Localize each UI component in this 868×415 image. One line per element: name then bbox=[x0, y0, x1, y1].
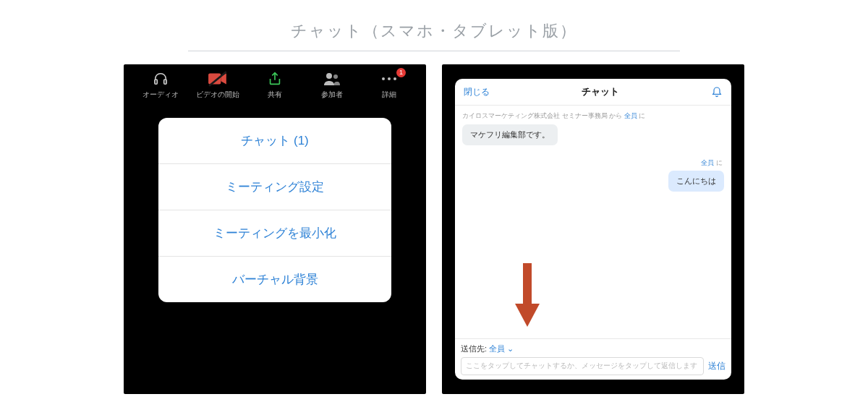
more-label: 詳細 bbox=[382, 90, 396, 100]
share-icon bbox=[265, 70, 285, 87]
video-label: ビデオの開始 bbox=[196, 90, 239, 100]
close-button[interactable]: 閉じる bbox=[464, 86, 490, 98]
page-title: チャット（スマホ・タブレット版） bbox=[0, 0, 868, 51]
zoom-toolbar: オーディオ ビデオの開始 bbox=[124, 64, 426, 103]
share-button[interactable]: 共有 bbox=[251, 70, 299, 100]
svg-point-8 bbox=[393, 77, 396, 80]
video-button[interactable]: ビデオの開始 bbox=[194, 70, 242, 100]
audio-button[interactable]: オーディオ bbox=[137, 70, 184, 100]
popover-virtual-background[interactable]: バーチャル背景 bbox=[158, 257, 391, 302]
chat-header: 閉じる チャット bbox=[455, 79, 731, 106]
sendto-value[interactable]: 全員 bbox=[489, 344, 505, 353]
video-off-icon bbox=[208, 70, 228, 87]
send-button[interactable]: 送信 bbox=[708, 360, 726, 372]
more-popover: チャット (1) ミーティング設定 ミーティングを最小化 バーチャル背景 bbox=[158, 118, 391, 302]
more-button[interactable]: 1 詳細 bbox=[365, 70, 413, 100]
svg-rect-0 bbox=[155, 80, 158, 84]
right-device-screenshot: 閉じる チャット カイロスマーケティング株式会社 セミナー事務局 から 全員 に… bbox=[442, 64, 744, 394]
headphones-icon bbox=[150, 70, 171, 87]
participants-label: 参加者 bbox=[321, 90, 343, 100]
svg-point-7 bbox=[388, 77, 391, 80]
annotation-arrow-icon bbox=[513, 263, 542, 331]
outgoing-meta: 全員 に bbox=[462, 158, 723, 168]
popover-minimize-meeting[interactable]: ミーティングを最小化 bbox=[158, 210, 391, 257]
svg-point-5 bbox=[333, 74, 338, 79]
chat-window: 閉じる チャット カイロスマーケティング株式会社 セミナー事務局 から 全員 に… bbox=[455, 79, 731, 380]
bell-icon[interactable] bbox=[711, 86, 723, 98]
svg-point-6 bbox=[382, 77, 385, 80]
notification-badge: 1 bbox=[396, 68, 406, 77]
participants-button[interactable]: 参加者 bbox=[308, 70, 356, 100]
chat-footer: 送信先: 全員 ⌄ ここをタップしてチャットするか、メッセージをタップして返信し… bbox=[455, 338, 731, 380]
incoming-meta: カイロスマーケティング株式会社 セミナー事務局 から 全員 に bbox=[462, 111, 724, 121]
outgoing-bubble[interactable]: こんにちは bbox=[462, 171, 724, 192]
sendto-label: 送信先: bbox=[461, 344, 489, 353]
chat-body: カイロスマーケティング株式会社 セミナー事務局 から 全員 に マケフリ編集部で… bbox=[455, 106, 731, 338]
chevron-down-icon: ⌄ bbox=[505, 344, 514, 353]
popover-chat[interactable]: チャット (1) bbox=[158, 118, 391, 164]
participants-icon bbox=[322, 70, 342, 87]
popover-meeting-settings[interactable]: ミーティング設定 bbox=[158, 164, 391, 210]
send-to-row[interactable]: 送信先: 全員 ⌄ bbox=[461, 343, 726, 354]
share-label: 共有 bbox=[268, 90, 282, 100]
left-device-screenshot: オーディオ ビデオの開始 bbox=[124, 64, 426, 394]
svg-rect-1 bbox=[164, 80, 167, 84]
audio-label: オーディオ bbox=[142, 90, 179, 100]
message-input[interactable]: ここをタップしてチャットするか、メッセージをタップして返信します bbox=[461, 357, 704, 375]
incoming-bubble[interactable]: マケフリ編集部です。 bbox=[462, 124, 724, 145]
title-underline bbox=[188, 51, 680, 51]
chat-title: チャット bbox=[582, 85, 619, 98]
svg-rect-9 bbox=[523, 263, 532, 305]
svg-point-4 bbox=[326, 73, 332, 79]
